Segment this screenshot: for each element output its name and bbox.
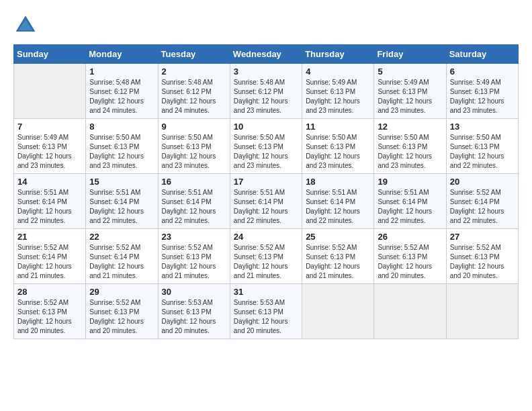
day-info: Sunrise: 5:50 AM Sunset: 6:13 PM Dayligh… — [306, 133, 370, 171]
calendar-cell: 18Sunrise: 5:51 AM Sunset: 6:14 PM Dayli… — [302, 174, 374, 229]
calendar-cell: 1Sunrise: 5:48 AM Sunset: 6:12 PM Daylig… — [86, 64, 158, 119]
day-info: Sunrise: 5:51 AM Sunset: 6:14 PM Dayligh… — [17, 188, 82, 226]
calendar-cell: 26Sunrise: 5:52 AM Sunset: 6:13 PM Dayli… — [374, 229, 446, 284]
calendar-cell: 28Sunrise: 5:52 AM Sunset: 6:13 PM Dayli… — [14, 284, 86, 339]
calendar-cell: 4Sunrise: 5:49 AM Sunset: 6:13 PM Daylig… — [302, 64, 374, 119]
day-number: 22 — [89, 232, 154, 242]
weekday-header-sunday: Sunday — [14, 45, 86, 64]
weekday-header-thursday: Thursday — [302, 45, 374, 64]
day-info: Sunrise: 5:52 AM Sunset: 6:13 PM Dayligh… — [162, 243, 226, 281]
week-row-5: 28Sunrise: 5:52 AM Sunset: 6:13 PM Dayli… — [14, 284, 519, 339]
calendar-cell: 12Sunrise: 5:50 AM Sunset: 6:13 PM Dayli… — [374, 119, 446, 174]
day-number: 1 — [89, 66, 154, 77]
logo — [13, 13, 40, 38]
day-number: 19 — [378, 177, 442, 187]
calendar-cell: 11Sunrise: 5:50 AM Sunset: 6:13 PM Dayli… — [302, 119, 374, 174]
day-number: 6 — [450, 66, 515, 77]
day-info: Sunrise: 5:48 AM Sunset: 6:12 PM Dayligh… — [89, 78, 154, 116]
calendar-cell: 16Sunrise: 5:51 AM Sunset: 6:14 PM Dayli… — [158, 174, 230, 229]
weekday-header-row: SundayMondayTuesdayWednesdayThursdayFrid… — [14, 45, 519, 64]
day-info: Sunrise: 5:52 AM Sunset: 6:14 PM Dayligh… — [89, 243, 154, 281]
day-number: 12 — [378, 122, 442, 132]
calendar-table: SundayMondayTuesdayWednesdayThursdayFrid… — [13, 44, 519, 339]
calendar-cell: 29Sunrise: 5:52 AM Sunset: 6:13 PM Dayli… — [86, 284, 158, 339]
day-info: Sunrise: 5:51 AM Sunset: 6:14 PM Dayligh… — [234, 188, 298, 226]
calendar-cell: 5Sunrise: 5:49 AM Sunset: 6:13 PM Daylig… — [374, 64, 446, 119]
calendar-cell: 30Sunrise: 5:53 AM Sunset: 6:13 PM Dayli… — [158, 284, 230, 339]
weekday-header-wednesday: Wednesday — [230, 45, 302, 64]
calendar-cell — [14, 64, 86, 119]
calendar-cell — [374, 284, 446, 339]
day-number: 20 — [450, 177, 515, 187]
calendar-cell — [302, 284, 374, 339]
day-info: Sunrise: 5:48 AM Sunset: 6:12 PM Dayligh… — [234, 78, 298, 116]
calendar-cell: 14Sunrise: 5:51 AM Sunset: 6:14 PM Dayli… — [14, 174, 86, 229]
calendar-cell: 23Sunrise: 5:52 AM Sunset: 6:13 PM Dayli… — [158, 229, 230, 284]
day-number: 24 — [234, 232, 298, 242]
calendar-cell: 31Sunrise: 5:53 AM Sunset: 6:13 PM Dayli… — [230, 284, 302, 339]
day-info: Sunrise: 5:50 AM Sunset: 6:13 PM Dayligh… — [162, 133, 226, 171]
day-info: Sunrise: 5:49 AM Sunset: 6:13 PM Dayligh… — [450, 78, 515, 116]
day-number: 9 — [162, 122, 226, 132]
calendar-header: SundayMondayTuesdayWednesdayThursdayFrid… — [14, 45, 519, 64]
day-number: 11 — [306, 122, 370, 132]
day-number: 30 — [162, 287, 226, 297]
day-number: 18 — [306, 177, 370, 187]
calendar-cell: 22Sunrise: 5:52 AM Sunset: 6:14 PM Dayli… — [86, 229, 158, 284]
day-number: 14 — [17, 177, 82, 187]
day-number: 25 — [306, 232, 370, 242]
day-number: 17 — [234, 177, 298, 187]
day-number: 13 — [450, 122, 515, 132]
day-info: Sunrise: 5:50 AM Sunset: 6:13 PM Dayligh… — [450, 133, 515, 171]
day-info: Sunrise: 5:52 AM Sunset: 6:13 PM Dayligh… — [234, 243, 298, 281]
day-info: Sunrise: 5:52 AM Sunset: 6:13 PM Dayligh… — [306, 243, 370, 281]
day-info: Sunrise: 5:51 AM Sunset: 6:14 PM Dayligh… — [306, 188, 370, 226]
day-info: Sunrise: 5:50 AM Sunset: 6:13 PM Dayligh… — [378, 133, 442, 171]
week-row-1: 1Sunrise: 5:48 AM Sunset: 6:12 PM Daylig… — [14, 64, 519, 119]
weekday-header-saturday: Saturday — [446, 45, 518, 64]
calendar-cell: 10Sunrise: 5:50 AM Sunset: 6:13 PM Dayli… — [230, 119, 302, 174]
calendar-cell: 20Sunrise: 5:52 AM Sunset: 6:14 PM Dayli… — [446, 174, 518, 229]
page-header — [13, 13, 519, 38]
day-info: Sunrise: 5:52 AM Sunset: 6:14 PM Dayligh… — [17, 243, 82, 281]
calendar-cell: 7Sunrise: 5:49 AM Sunset: 6:13 PM Daylig… — [14, 119, 86, 174]
day-info: Sunrise: 5:51 AM Sunset: 6:14 PM Dayligh… — [378, 188, 442, 226]
day-info: Sunrise: 5:51 AM Sunset: 6:14 PM Dayligh… — [89, 188, 154, 226]
day-info: Sunrise: 5:50 AM Sunset: 6:13 PM Dayligh… — [234, 133, 298, 171]
day-number: 2 — [162, 66, 226, 77]
calendar-cell: 13Sunrise: 5:50 AM Sunset: 6:13 PM Dayli… — [446, 119, 518, 174]
day-number: 15 — [89, 177, 154, 187]
calendar-cell: 21Sunrise: 5:52 AM Sunset: 6:14 PM Dayli… — [14, 229, 86, 284]
day-info: Sunrise: 5:50 AM Sunset: 6:13 PM Dayligh… — [89, 133, 154, 171]
day-number: 8 — [89, 122, 154, 132]
calendar-cell: 27Sunrise: 5:52 AM Sunset: 6:13 PM Dayli… — [446, 229, 518, 284]
calendar-cell: 25Sunrise: 5:52 AM Sunset: 6:13 PM Dayli… — [302, 229, 374, 284]
calendar-cell: 6Sunrise: 5:49 AM Sunset: 6:13 PM Daylig… — [446, 64, 518, 119]
day-number: 16 — [162, 177, 226, 187]
day-info: Sunrise: 5:52 AM Sunset: 6:13 PM Dayligh… — [89, 298, 154, 336]
calendar-cell: 24Sunrise: 5:52 AM Sunset: 6:13 PM Dayli… — [230, 229, 302, 284]
week-row-4: 21Sunrise: 5:52 AM Sunset: 6:14 PM Dayli… — [14, 229, 519, 284]
calendar-cell: 17Sunrise: 5:51 AM Sunset: 6:14 PM Dayli… — [230, 174, 302, 229]
logo-icon — [13, 13, 38, 38]
day-info: Sunrise: 5:52 AM Sunset: 6:13 PM Dayligh… — [450, 243, 515, 281]
weekday-header-friday: Friday — [374, 45, 446, 64]
day-number: 23 — [162, 232, 226, 242]
day-info: Sunrise: 5:53 AM Sunset: 6:13 PM Dayligh… — [234, 298, 298, 336]
day-info: Sunrise: 5:49 AM Sunset: 6:13 PM Dayligh… — [306, 78, 370, 116]
day-number: 4 — [306, 66, 370, 77]
day-info: Sunrise: 5:51 AM Sunset: 6:14 PM Dayligh… — [162, 188, 226, 226]
calendar-cell: 8Sunrise: 5:50 AM Sunset: 6:13 PM Daylig… — [86, 119, 158, 174]
day-info: Sunrise: 5:52 AM Sunset: 6:13 PM Dayligh… — [17, 298, 82, 336]
day-info: Sunrise: 5:52 AM Sunset: 6:14 PM Dayligh… — [450, 188, 515, 226]
day-number: 31 — [234, 287, 298, 297]
day-number: 3 — [234, 66, 298, 77]
day-number: 28 — [17, 287, 82, 297]
day-info: Sunrise: 5:52 AM Sunset: 6:13 PM Dayligh… — [378, 243, 442, 281]
weekday-header-tuesday: Tuesday — [158, 45, 230, 64]
day-number: 29 — [89, 287, 154, 297]
day-info: Sunrise: 5:49 AM Sunset: 6:13 PM Dayligh… — [17, 133, 82, 171]
day-number: 27 — [450, 232, 515, 242]
week-row-3: 14Sunrise: 5:51 AM Sunset: 6:14 PM Dayli… — [14, 174, 519, 229]
calendar-body: 1Sunrise: 5:48 AM Sunset: 6:12 PM Daylig… — [14, 64, 519, 339]
